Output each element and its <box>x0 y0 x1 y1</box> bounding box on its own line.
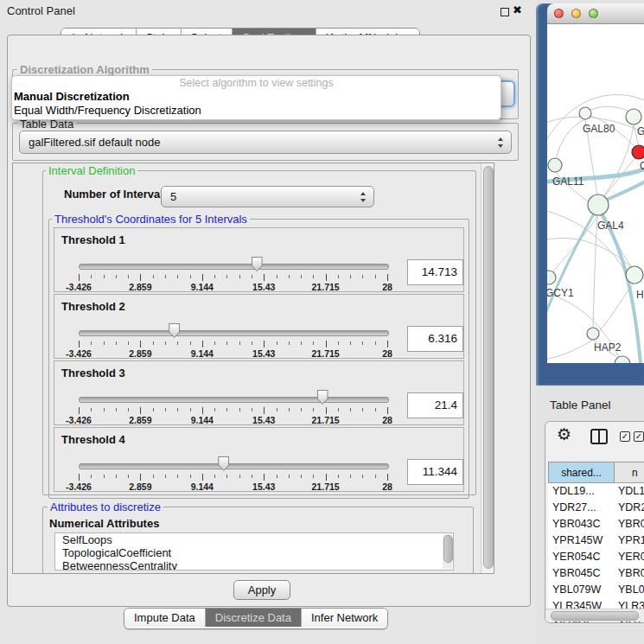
slider-tick <box>128 408 129 411</box>
cell-name: YPR1 <box>618 532 644 549</box>
threshold-box-2: Threshold 2-3.4262.8599.14415.4321.71528… <box>54 294 464 359</box>
cell-name: YDL1 <box>618 483 644 500</box>
checkbox-icon[interactable]: ✓ <box>634 431 644 442</box>
threshold-box-4: Threshold 4-3.4262.8599.14415.4321.71528… <box>54 427 464 492</box>
column-header-name[interactable]: n <box>614 462 644 483</box>
network-edge <box>551 215 598 275</box>
mac-minimize-button[interactable] <box>571 9 581 18</box>
network-node-label: HAP2 <box>594 341 622 354</box>
slider-tick <box>301 275 302 278</box>
network-node[interactable] <box>588 194 609 215</box>
mac-zoom-button[interactable] <box>589 9 598 18</box>
slider-tick <box>277 275 277 278</box>
network-node[interactable] <box>632 145 644 159</box>
number-of-intervals-combobox[interactable]: 5 <box>161 186 374 207</box>
slider-track[interactable] <box>79 397 389 403</box>
slider-tick <box>252 475 252 478</box>
cell-name: YDR2 <box>618 500 644 516</box>
network-canvas[interactable]: GAL80GAGAL11CGAL4GCY1HHAP2 <box>547 24 644 363</box>
mac-close-button[interactable] <box>554 9 564 18</box>
network-node-label: GA <box>637 125 644 137</box>
slider-tick <box>326 341 327 348</box>
threshold-value-field[interactable]: 6.316 <box>407 326 463 352</box>
popup-option-manual-discretization[interactable]: Manual Discretization <box>12 90 501 104</box>
slider-tick <box>313 341 314 345</box>
slider-track[interactable] <box>79 463 389 469</box>
slider-tick <box>214 408 215 411</box>
slider-tick <box>104 408 105 411</box>
popup-placeholder-item[interactable]: Select algorithm to view settings <box>12 77 501 90</box>
slider-tick <box>128 475 129 478</box>
slider-tick <box>239 275 240 278</box>
spinner-arrows-icon <box>360 192 367 202</box>
slider-tick <box>362 475 363 478</box>
slider-tick <box>140 407 141 414</box>
tab-impute-data[interactable]: Impute Data <box>124 609 205 627</box>
slider-tick <box>375 475 376 478</box>
close-icon[interactable]: ✖ <box>513 3 522 16</box>
checkbox-icon[interactable]: ✓ <box>620 431 630 442</box>
table-data-combobox[interactable]: galFiltered.sif default node <box>19 131 512 154</box>
network-window-titlebar[interactable] <box>547 3 644 24</box>
network-node[interactable] <box>547 271 556 284</box>
slider-tick <box>326 274 327 281</box>
gear-icon[interactable]: ⚙ <box>557 424 571 444</box>
slider-ticks <box>79 341 387 348</box>
slider-tick <box>177 408 178 411</box>
float-window-icon[interactable] <box>501 8 509 16</box>
slider-tick-label: 28 <box>382 282 392 292</box>
slider-tick <box>116 341 117 345</box>
column-header-shared-name[interactable]: shared... <box>548 462 615 483</box>
table-row[interactable]: YER054CYER0 <box>548 549 644 565</box>
slider-tick-label: 9.144 <box>191 348 214 359</box>
slider-tick <box>362 275 363 278</box>
settings-vertical-scrollbar[interactable] <box>481 163 494 573</box>
threshold-box-1: Threshold 1-3.4262.8599.14415.4321.71528… <box>54 227 464 292</box>
network-edge-thick <box>547 211 596 318</box>
split-columns-icon[interactable] <box>590 429 608 444</box>
slider-tick <box>128 341 129 345</box>
popup-option-equal-width-frequency-discretization[interactable]: Equal Width/Frequency Discretization <box>12 104 501 118</box>
threshold-value-field[interactable]: 14.713 <box>407 259 463 285</box>
bottom-tabs: Impute DataDiscretize DataInfer Network <box>124 608 388 629</box>
apply-button[interactable]: Apply <box>233 580 290 600</box>
network-node[interactable] <box>579 107 591 119</box>
table-row[interactable]: YBR043CYBR0 <box>548 516 644 532</box>
slider-tick <box>264 407 265 414</box>
attribute-item-selfloops[interactable]: SelfLoops <box>55 533 453 546</box>
slider-tick-label: -3.426 <box>66 481 92 492</box>
attribute-item-topologicalcoefficient[interactable]: TopologicalCoefficient <box>55 546 453 559</box>
slider-tick <box>301 408 302 411</box>
slider-tick <box>226 341 227 345</box>
network-node[interactable] <box>587 328 599 340</box>
table-horizontal-scrollbar[interactable] <box>545 609 644 622</box>
threshold-label: Threshold 2 <box>61 300 125 313</box>
attribute-item-betweennesscentrality[interactable]: BetweennessCentrality <box>55 559 453 571</box>
slider-tick-label: 28 <box>382 481 392 492</box>
slider-tick <box>91 408 92 411</box>
slider-tick <box>128 275 129 278</box>
slider-track[interactable] <box>79 330 389 336</box>
tab-discretize-data[interactable]: Discretize Data <box>205 609 301 627</box>
network-node[interactable] <box>626 266 643 284</box>
slider-tick <box>190 275 191 278</box>
table-row[interactable]: YDR27...YDR2 <box>548 500 644 516</box>
attributes-list-scrollbar[interactable] <box>443 534 452 569</box>
slider-tick <box>289 275 290 278</box>
table-row[interactable]: YPR145WYPR1 <box>548 532 644 549</box>
table-row[interactable]: YBL079WYBL0 <box>548 582 644 598</box>
threshold-value-field[interactable]: 11.344 <box>407 459 463 485</box>
slider-tick <box>252 341 252 345</box>
table-row[interactable]: YBR045CYBR0 <box>548 565 644 582</box>
threshold-value-field[interactable]: 21.4 <box>407 392 463 418</box>
tab-infer-network[interactable]: Infer Network <box>301 609 387 627</box>
network-edge <box>589 106 632 113</box>
network-node[interactable] <box>626 109 641 124</box>
network-edge-thick <box>599 209 641 363</box>
slider-tick <box>165 341 166 345</box>
slider-track[interactable] <box>79 264 389 270</box>
slider-tick <box>202 341 203 348</box>
slider-tick <box>375 408 376 411</box>
table-row[interactable]: YDL19...YDL1 <box>548 483 644 500</box>
network-node[interactable] <box>548 158 562 172</box>
